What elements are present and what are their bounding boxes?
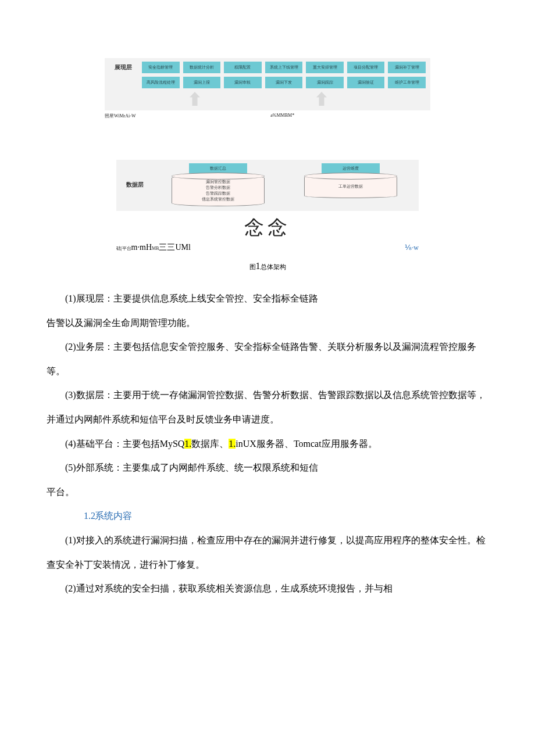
cyl-line: 告警跟踪数据	[172, 191, 264, 196]
caption-number: 1	[256, 261, 261, 271]
block: 漏洞补丁管理	[388, 62, 426, 73]
highlight-1: 1.	[184, 439, 191, 449]
annot2-mb: MB	[152, 246, 159, 251]
figure-1: 展现层 安全指标管理 数据统计分析 权限配置 系统上下线管理 重大安排管理 项目…	[47, 58, 488, 271]
annotation-line-2: 础|平台m·mHMB三三UMl ⅟₈·w	[116, 242, 419, 253]
arrow-row	[162, 92, 426, 106]
block: 项目分配管理	[347, 62, 385, 73]
cyl-line: 工单运营数据	[305, 184, 397, 189]
blocks-row-2: 高风险流程处理 漏洞上报 漏洞审核 漏洞下发 漏洞跟踪 漏洞验证 维护工单管理	[142, 77, 426, 88]
cyl-line: 告警分析数据	[172, 185, 264, 191]
para-5b: 平台。	[47, 480, 488, 504]
mid-col-left: 数据汇总 漏洞管控数据 告警分析数据 告警跟踪数据 信息系统管控数据	[155, 163, 281, 206]
block: 漏洞跟踪	[306, 77, 344, 88]
cylinder-right: 工单运营数据	[304, 175, 397, 198]
para4-mid: 数据库、	[191, 439, 229, 449]
arrow-up-icon	[316, 92, 327, 106]
blocks-row-1: 安全指标管理 数据统计分析 权限配置 系统上下线管理 重大安排管理 项目分配管理…	[142, 62, 426, 73]
annot-right: a%MMBM*	[270, 113, 294, 119]
annot2-tail: 三三UMl	[159, 243, 190, 252]
block: 漏洞审核	[224, 77, 262, 88]
annot2-left: 础|平台m·mHMB三三UMl	[116, 242, 191, 253]
cylinder-left: 漏洞管控数据 告警分析数据 告警跟踪数据 信息系统管控数据	[172, 175, 265, 206]
annotation-line-1: 照星WiMrAi-W a%MMBM* .	[105, 113, 430, 119]
layer-label: 展现层	[109, 63, 137, 71]
para-3: (3)数据层：主要用于统一存储漏洞管控数据、告警分析数据、告警跟踪数据以及信息系…	[47, 383, 488, 431]
figure-caption: 图1总体架构	[47, 261, 488, 271]
document-page: 展现层 安全指标管理 数据统计分析 权限配置 系统上下线管理 重大安排管理 项目…	[0, 0, 535, 601]
block: 系统上下线管理	[265, 62, 303, 73]
section-number: 1.2	[65, 504, 95, 528]
block: 维护工单管理	[388, 77, 426, 88]
para-1b: 告警以及漏洞全生命周期管理功能。	[47, 311, 488, 335]
para-1a: (1)展现层：主要提供信息系统上线安全管控、安全指标全链路	[47, 286, 488, 311]
cyl-line: 漏洞管控数据	[172, 179, 264, 185]
block: 漏洞验证	[347, 77, 385, 88]
data-layer-label: 数据层	[121, 181, 149, 189]
block: 数据统计分析	[183, 62, 221, 73]
annot2-right: ⅟₈·w	[405, 243, 419, 252]
presentation-layer-panel: 展现层 安全指标管理 数据统计分析 权限配置 系统上下线管理 重大安排管理 项目…	[105, 58, 430, 110]
para-2: (2)业务层：主要包括信息安全管控服务、安全指标全链路告警、关联分析服务以及漏洞…	[47, 335, 488, 383]
annot2-mix: m·mH	[131, 243, 152, 252]
para-5a: (5)外部系统：主要集成了内网邮件系统、统一权限系统和短信	[47, 456, 488, 480]
mid-col-right: 运营维度 工单运营数据	[287, 163, 414, 198]
block: 漏洞上报	[183, 77, 221, 88]
block: 重大安排管理	[306, 62, 344, 73]
layer-row-2: 高风险流程处理 漏洞上报 漏洞审核 漏洞下发 漏洞跟踪 漏洞验证 维护工单管理	[109, 77, 426, 88]
para4-post: inUX服务器、Tomcat应用服务器。	[236, 439, 377, 449]
body-text: (1)展现层：主要提供信息系统上线安全管控、安全指标全链路 告警以及漏洞全生命周…	[47, 286, 488, 601]
para-s2: (2)通过对系统的安全扫描，获取系统相关资源信息，生成系统环境报告，并与相	[47, 576, 488, 601]
caption-text: 总体架构	[261, 263, 286, 270]
cyl-line: 信息系统管控数据	[172, 196, 264, 202]
annot2-prefix: 础|平台	[116, 246, 131, 251]
block: 权限配置	[224, 62, 262, 73]
section-title: 系统内容	[95, 511, 132, 521]
block: 高风险流程处理	[142, 77, 180, 88]
block: 安全指标管理	[142, 62, 180, 73]
annot-left: 照星WiMrAi-W	[105, 113, 135, 119]
caption-prefix: 图	[249, 263, 256, 270]
para-s1: (1)对接入的系统进行漏洞扫描，检查应用中存在的漏洞并进行修复，以提高应用程序的…	[47, 528, 488, 576]
para-4: (4)基础平台：主要包括MySQ1.数据库、1.inUX服务器、Tomcat应用…	[47, 432, 488, 456]
layer-row-1: 展现层 安全指标管理 数据统计分析 权限配置 系统上下线管理 重大安排管理 项目…	[109, 62, 426, 73]
section-heading: 1.2系统内容	[47, 504, 488, 528]
block: 漏洞下发	[265, 77, 303, 88]
data-layer-panel: 数据层 数据汇总 漏洞管控数据 告警分析数据 告警跟踪数据 信息系统管控数据 运…	[116, 160, 419, 211]
para4-pre: (4)基础平台：主要包括MySQ	[65, 439, 184, 449]
decorative-chars: 念念	[116, 214, 419, 241]
arrow-up-icon	[190, 92, 200, 106]
highlight-2: 1.	[229, 439, 236, 449]
